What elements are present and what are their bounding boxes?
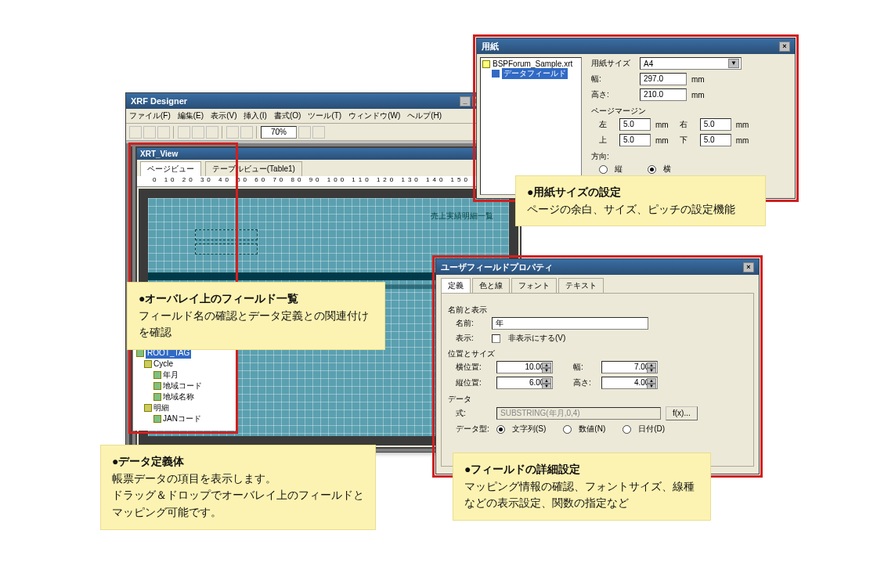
- chevron-down-icon[interactable]: ▼: [728, 59, 739, 68]
- callout-paper: ●用紙サイズの設定 ページの余白、サイズ、ピッチの設定機能: [515, 175, 766, 226]
- spin-up-icon[interactable]: ▲: [542, 378, 551, 384]
- save-icon[interactable]: [157, 126, 170, 139]
- data-item[interactable]: 地域コード: [163, 381, 202, 391]
- paper-node[interactable]: データフィールド: [502, 68, 568, 79]
- data-item[interactable]: 年月: [163, 370, 179, 381]
- menu-help[interactable]: ヘルプ(H): [407, 110, 442, 121]
- menu-bar: ファイル(F) 編集(E) 表示(V) 挿入(I) 書式(O) ツール(T) ウ…: [126, 109, 500, 124]
- tree-panel-title[interactable]: BSPForum_Sample.xrt ×: [131, 148, 132, 160]
- height-input[interactable]: 4.000▲▼: [601, 377, 658, 389]
- file-icon: [482, 60, 490, 68]
- menu-insert[interactable]: 挿入(I): [244, 110, 266, 121]
- copy-icon[interactable]: [192, 126, 204, 139]
- menu-file[interactable]: ファイル(F): [129, 110, 171, 121]
- data-cycle[interactable]: Cycle: [153, 359, 173, 370]
- field-panel: 名前と表示 名前: 年 表示: 非表示にする(V) 位置とサイズ 横位置: 10…: [441, 293, 754, 467]
- left-label: 左: [599, 119, 615, 130]
- zoomout-icon[interactable]: [312, 126, 325, 139]
- radio-number[interactable]: [563, 425, 572, 434]
- type-string: 文字列(S): [512, 424, 546, 435]
- field-box[interactable]: [195, 229, 258, 240]
- zoom-select[interactable]: 70%: [261, 126, 297, 139]
- type-date: 日付(D): [638, 424, 665, 435]
- paper-title: 用紙: [482, 41, 499, 52]
- hpos-label: 横位置:: [456, 362, 492, 373]
- size-select[interactable]: A4 ▼: [640, 57, 742, 70]
- paste-icon[interactable]: [206, 126, 218, 139]
- data-item[interactable]: 地域名称: [163, 391, 194, 402]
- bottom-input[interactable]: 5.0: [700, 134, 731, 146]
- spin-down-icon[interactable]: ▼: [542, 368, 551, 373]
- paper-tree[interactable]: BSPForum_Sample.xrt データフィールド: [480, 57, 582, 195]
- radio-string[interactable]: [496, 425, 505, 434]
- unit: mm: [691, 75, 705, 84]
- data-detail[interactable]: 明細: [153, 402, 169, 413]
- tab-text[interactable]: テキスト: [558, 278, 604, 293]
- sep: [173, 126, 175, 139]
- left-input[interactable]: 5.0: [619, 118, 651, 131]
- top-input[interactable]: 5.0: [619, 134, 651, 146]
- field-box[interactable]: [195, 243, 258, 254]
- report-title: 売上実績明細一覧: [431, 211, 493, 222]
- orient-landscape: 横: [663, 164, 671, 175]
- width-input[interactable]: 7.000▲▼: [601, 361, 658, 373]
- cut-icon[interactable]: [178, 126, 190, 139]
- name-input[interactable]: 年: [492, 317, 648, 330]
- spin-up-icon[interactable]: ▲: [542, 363, 551, 368]
- tab-def[interactable]: 定義: [441, 278, 471, 293]
- unit: mm: [655, 136, 669, 145]
- vpos-input[interactable]: 6.000▲▼: [496, 377, 553, 389]
- height-input[interactable]: 210.0: [640, 88, 687, 101]
- radio-portrait[interactable]: [599, 165, 608, 174]
- field-tabs: 定義 色と線 フォント テキスト: [441, 278, 754, 293]
- zoomin-icon[interactable]: [298, 126, 311, 139]
- designer-titlebar[interactable]: XRF Designer _ □ ×: [126, 93, 500, 109]
- height-label: 高さ:: [591, 89, 635, 100]
- spin-up-icon[interactable]: ▲: [647, 378, 656, 384]
- designer-title: XRF Designer: [131, 96, 187, 106]
- hpos-input[interactable]: 10.000▲▼: [496, 361, 553, 373]
- close-icon[interactable]: ×: [779, 41, 790, 52]
- spin-down-icon[interactable]: ▼: [647, 368, 656, 373]
- undo-icon[interactable]: [226, 126, 239, 139]
- disp-checkbox[interactable]: [492, 334, 500, 343]
- data-tree-panel[interactable]: ROOT_TAG Cycle 年月 地域コード 地域名称 明細 JANコード: [133, 345, 236, 431]
- right-input[interactable]: 5.0: [700, 118, 731, 131]
- menu-window[interactable]: ウィンドウ(W): [348, 110, 400, 121]
- field-dialog: ユーザフィールドプロパティ × 定義 色と線 フォント テキスト 名前と表示 名…: [435, 258, 760, 474]
- orient-portrait: 縦: [615, 164, 623, 175]
- data-item[interactable]: JANコード: [163, 413, 201, 424]
- menu-format[interactable]: 書式(O): [274, 110, 301, 121]
- spin-down-icon[interactable]: ▼: [542, 384, 551, 389]
- menu-edit[interactable]: 編集(E): [178, 110, 204, 121]
- callout-field: ●フィールドの詳細設定 マッピング情報の確認、フォントサイズ、線種などの表示設定…: [453, 453, 711, 521]
- menu-view[interactable]: 表示(V): [211, 110, 236, 121]
- callout-body: マッピング情報の確認、フォントサイズ、線種などの表示設定、関数の指定など: [464, 478, 699, 512]
- radio-landscape[interactable]: [648, 165, 656, 174]
- paper-file[interactable]: BSPForum_Sample.xrt: [493, 60, 572, 68]
- spin-down-icon[interactable]: ▼: [647, 384, 656, 389]
- expr-input[interactable]: SUBSTRING(年月,0,4): [496, 407, 661, 420]
- minimize-icon[interactable]: _: [460, 96, 471, 106]
- view-title[interactable]: XRT_View ×: [137, 148, 520, 160]
- name-label: 名前:: [456, 318, 487, 329]
- tab-tableview[interactable]: テーブルビュー(Table1): [205, 161, 302, 176]
- tab-font[interactable]: フォント: [511, 278, 557, 293]
- tab-color[interactable]: 色と線: [472, 278, 510, 293]
- menu-tools[interactable]: ツール(T): [308, 110, 341, 121]
- leaf-icon: [153, 393, 161, 401]
- paper-titlebar[interactable]: 用紙 ×: [477, 38, 795, 54]
- field-titlebar[interactable]: ユーザフィールドプロパティ ×: [436, 259, 759, 275]
- leaf-icon: [153, 415, 161, 423]
- callout-data: ●データ定義体 帳票データの項目を表示します。 ドラッグ＆ドロップでオーバレイ上…: [100, 445, 376, 530]
- open-icon[interactable]: [143, 126, 156, 139]
- close-icon[interactable]: ×: [743, 262, 754, 272]
- spin-up-icon[interactable]: ▲: [647, 363, 656, 368]
- tab-pageview[interactable]: ページビュー: [140, 161, 201, 176]
- redo-icon[interactable]: [240, 126, 253, 139]
- callout-head: ●データ定義体: [112, 453, 364, 471]
- radio-date[interactable]: [623, 425, 631, 434]
- expr-button[interactable]: f(x)...: [666, 406, 698, 420]
- width-input[interactable]: 297.0: [640, 73, 687, 85]
- new-icon[interactable]: [129, 126, 142, 139]
